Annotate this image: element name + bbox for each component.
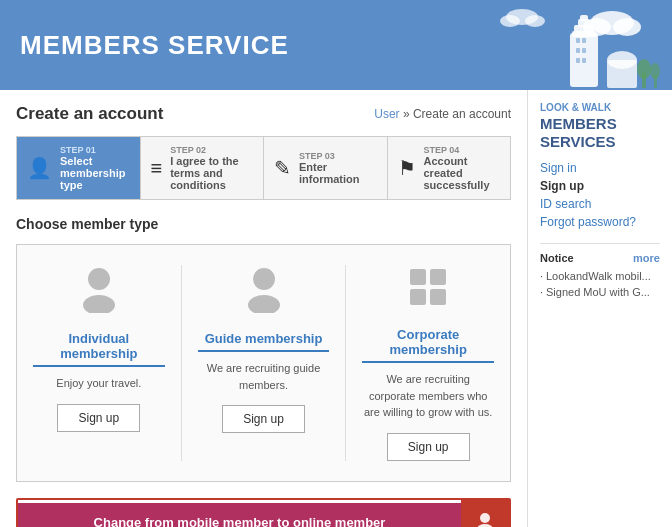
step-3[interactable]: ✎ STEP 03 Enter information bbox=[264, 137, 388, 199]
svg-rect-28 bbox=[430, 269, 446, 285]
corporate-signup-button[interactable]: Sign up bbox=[387, 433, 470, 461]
sidebar-signup-link[interactable]: Sign up bbox=[540, 179, 660, 193]
svg-point-5 bbox=[525, 15, 545, 27]
step-1[interactable]: 👤 STEP 01 Select membership type bbox=[17, 137, 141, 199]
notice-header: Notice more bbox=[540, 252, 660, 264]
individual-membership-card: Individual membership Enjoy your travel.… bbox=[33, 265, 165, 461]
breadcrumb: User » Create an account bbox=[374, 107, 511, 121]
breadcrumb-separator: » bbox=[403, 107, 413, 121]
header: MEMBERS SERVICE bbox=[0, 0, 672, 90]
svg-rect-12 bbox=[582, 38, 586, 43]
step3-name: Enter information bbox=[299, 161, 377, 185]
header-illustration bbox=[462, 5, 662, 90]
breadcrumb-current: Create an account bbox=[413, 107, 511, 121]
corporate-card-desc: We are recruiting corporate members who … bbox=[362, 371, 494, 421]
svg-point-25 bbox=[253, 268, 275, 290]
notice-item-1[interactable]: LookandWalk mobil... bbox=[540, 270, 660, 282]
svg-point-24 bbox=[83, 295, 115, 313]
svg-point-18 bbox=[607, 51, 637, 69]
corporate-card-title: Corporate membership bbox=[362, 327, 494, 363]
step4-flag-icon: ⚑ bbox=[398, 156, 416, 180]
svg-rect-16 bbox=[582, 58, 586, 63]
step4-label: STEP 04 bbox=[424, 145, 501, 155]
sidebar-brand-small: LOOK & WALK bbox=[540, 102, 660, 113]
individual-card-title: Individual membership bbox=[33, 331, 165, 367]
svg-point-22 bbox=[650, 63, 660, 79]
breadcrumb-row: Create an account User » Create an accou… bbox=[16, 104, 511, 124]
svg-rect-30 bbox=[430, 289, 446, 305]
svg-rect-10 bbox=[580, 15, 588, 21]
sidebar-forgotpw-link[interactable]: Forgot password? bbox=[540, 215, 660, 229]
breadcrumb-user-link[interactable]: User bbox=[374, 107, 399, 121]
guide-card-desc: We are recruiting guide members. bbox=[198, 360, 330, 393]
sidebar-divider bbox=[540, 243, 660, 244]
svg-point-20 bbox=[637, 59, 651, 79]
svg-point-4 bbox=[500, 15, 520, 27]
main-wrapper: Create an account User » Create an accou… bbox=[0, 90, 672, 527]
sidebar-idsearch-link[interactable]: ID search bbox=[540, 197, 660, 211]
step2-label: STEP 02 bbox=[170, 145, 253, 155]
sidebar-brand-main: MEMBERSSERVICES bbox=[540, 115, 660, 151]
step1-label: STEP 01 bbox=[60, 145, 130, 155]
member-cards-container: Individual membership Enjoy your travel.… bbox=[16, 244, 511, 482]
notice-item-2[interactable]: Signed MoU with G... bbox=[540, 286, 660, 298]
svg-point-23 bbox=[88, 268, 110, 290]
step2-list-icon: ≡ bbox=[151, 157, 163, 180]
svg-rect-14 bbox=[582, 48, 586, 53]
change-member-row[interactable]: Change from mobile member to online memb… bbox=[16, 498, 511, 528]
guide-member-icon bbox=[242, 265, 286, 323]
svg-point-31 bbox=[480, 513, 490, 523]
step1-person-icon: 👤 bbox=[27, 156, 52, 180]
step3-label: STEP 03 bbox=[299, 151, 377, 161]
svg-rect-29 bbox=[410, 289, 426, 305]
corporate-membership-card: Corporate membership We are recruiting c… bbox=[362, 265, 494, 461]
guide-signup-button[interactable]: Sign up bbox=[222, 405, 305, 433]
header-art-svg bbox=[462, 5, 662, 90]
content-area: Create an account User » Create an accou… bbox=[0, 90, 527, 527]
svg-point-32 bbox=[477, 524, 493, 528]
step2-name: I agree to the terms and conditions bbox=[170, 155, 253, 191]
step1-name: Select membership type bbox=[60, 155, 130, 191]
sidebar-signin-link[interactable]: Sign in bbox=[540, 161, 660, 175]
svg-rect-15 bbox=[576, 58, 580, 63]
notice-label: Notice bbox=[540, 252, 574, 264]
header-title: MEMBERS SERVICE bbox=[20, 30, 289, 61]
guide-membership-card: Guide membership We are recruiting guide… bbox=[198, 265, 330, 461]
svg-rect-11 bbox=[576, 38, 580, 43]
steps-bar: 👤 STEP 01 Select membership type ≡ STEP … bbox=[16, 136, 511, 200]
section-title: Choose member type bbox=[16, 216, 511, 232]
svg-point-26 bbox=[248, 295, 280, 313]
step-4[interactable]: ⚑ STEP 04 Account created successfully bbox=[388, 137, 511, 199]
step4-name: Account created successfully bbox=[424, 155, 501, 191]
notice-more-link[interactable]: more bbox=[633, 252, 660, 264]
svg-rect-27 bbox=[410, 269, 426, 285]
change-member-button[interactable]: Change from mobile member to online memb… bbox=[18, 503, 461, 527]
corporate-member-icon bbox=[406, 265, 450, 319]
page-title: Create an account bbox=[16, 104, 163, 124]
sidebar-links: Sign in Sign up ID search Forgot passwor… bbox=[540, 161, 660, 229]
card-divider-2 bbox=[345, 265, 346, 461]
step3-pen-icon: ✎ bbox=[274, 156, 291, 180]
individual-signup-button[interactable]: Sign up bbox=[57, 404, 140, 432]
change-member-person-icon bbox=[461, 500, 509, 528]
svg-point-2 bbox=[613, 18, 641, 36]
svg-rect-13 bbox=[576, 48, 580, 53]
individual-card-desc: Enjoy your travel. bbox=[56, 375, 141, 392]
guide-card-title: Guide membership bbox=[198, 331, 330, 352]
card-divider-1 bbox=[181, 265, 182, 461]
sidebar: LOOK & WALK MEMBERSSERVICES Sign in Sign… bbox=[527, 90, 672, 527]
step-2[interactable]: ≡ STEP 02 I agree to the terms and condi… bbox=[141, 137, 265, 199]
individual-member-icon bbox=[77, 265, 121, 323]
